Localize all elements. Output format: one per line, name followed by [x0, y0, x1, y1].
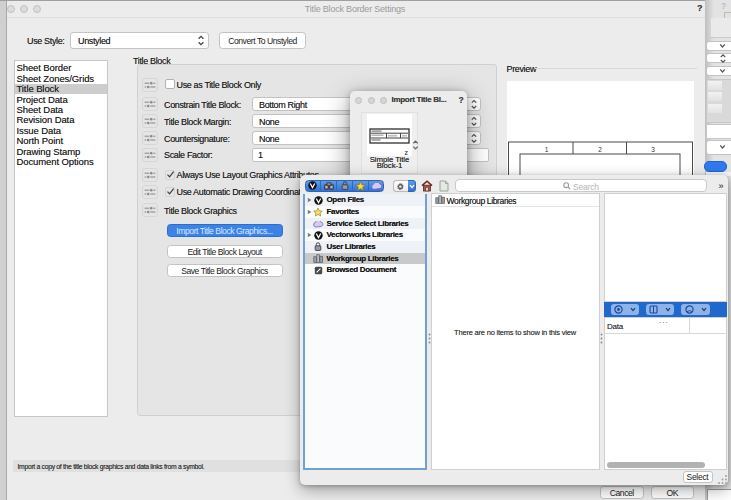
- svg-text:1: 1: [545, 146, 549, 153]
- svg-text:3: 3: [651, 146, 655, 153]
- svg-text:2: 2: [598, 146, 602, 153]
